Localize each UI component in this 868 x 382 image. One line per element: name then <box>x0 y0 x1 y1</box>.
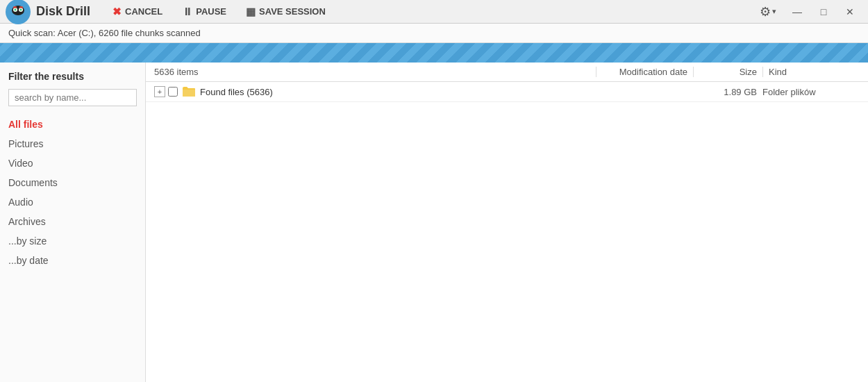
cancel-label: CANCEL <box>125 6 162 17</box>
sidebar-item-pictures[interactable]: Pictures <box>0 134 145 153</box>
items-count: 5636 items <box>154 67 590 77</box>
sidebar-archives-label: Archives <box>8 216 46 227</box>
app-logo <box>6 0 31 24</box>
sidebar-item-documents[interactable]: Documents <box>0 173 145 192</box>
sidebar-item-archives[interactable]: Archives <box>0 212 145 231</box>
progress-bar <box>0 43 868 63</box>
sidebar-by-date-label: ...by date <box>8 255 49 266</box>
gear-icon: ⚙ <box>760 4 771 19</box>
sidebar-item-video[interactable]: Video <box>0 153 145 173</box>
sidebar-by-size-label: ...by size <box>8 235 47 247</box>
folder-icon <box>182 86 196 97</box>
cancel-icon: ✖ <box>112 6 122 18</box>
col-size: Size <box>693 67 762 77</box>
file-kind: Folder plików <box>762 87 860 97</box>
sidebar-audio-label: Audio <box>8 197 33 208</box>
pause-icon: ⏸ <box>182 6 192 17</box>
app-title: Disk Drill <box>36 4 90 19</box>
sidebar-item-all-files[interactable]: All files <box>0 115 145 134</box>
sidebar-item-by-size[interactable]: ...by size <box>0 231 145 251</box>
svg-point-5 <box>20 8 22 10</box>
sidebar-documents-label: Documents <box>8 177 58 188</box>
col-kind: Kind <box>762 67 860 77</box>
cancel-button[interactable]: ✖ CANCEL <box>104 3 171 21</box>
svg-point-4 <box>15 8 17 10</box>
maximize-button[interactable]: □ <box>811 1 836 22</box>
save-icon: ▦ <box>246 6 256 18</box>
main-content: Filter the results All files Pictures Vi… <box>0 63 868 382</box>
sidebar-video-label: Video <box>8 158 33 169</box>
sidebar-item-audio[interactable]: Audio <box>0 192 145 212</box>
save-session-button[interactable]: ▦ SAVE SESSION <box>237 3 334 21</box>
right-panel: 5636 items Modification date Size Kind +… <box>146 63 868 382</box>
status-text: Quick scan: Acer (C:), 6260 file chunks … <box>8 28 201 38</box>
title-bar: Disk Drill ✖ CANCEL ⏸ PAUSE ▦ SAVE SESSI… <box>0 0 868 24</box>
svg-rect-6 <box>13 6 17 8</box>
svg-rect-7 <box>19 6 23 8</box>
pause-label: PAUSE <box>196 6 226 17</box>
table-row[interactable]: + Found files (5636) 1.89 GB Folder plik… <box>146 82 868 102</box>
file-name: Found files (5636) <box>200 87 693 97</box>
file-checkbox[interactable] <box>168 87 178 97</box>
sidebar: Filter the results All files Pictures Vi… <box>0 63 146 382</box>
filter-label: Filter the results <box>0 71 145 89</box>
save-label: SAVE SESSION <box>259 6 326 17</box>
settings-button[interactable]: ⚙ ▾ <box>754 1 782 22</box>
sidebar-item-by-date[interactable]: ...by date <box>0 251 145 270</box>
sidebar-all-files-label: All files <box>8 119 43 130</box>
gear-dropdown-icon: ▾ <box>772 7 776 16</box>
window-controls: — □ ✕ <box>785 1 862 22</box>
search-input[interactable] <box>8 89 137 106</box>
sidebar-pictures-label: Pictures <box>8 138 44 149</box>
minimize-button[interactable]: — <box>785 1 810 22</box>
pause-button[interactable]: ⏸ PAUSE <box>174 3 235 20</box>
col-modification-date: Modification date <box>596 67 693 77</box>
status-bar: Quick scan: Acer (C:), 6260 file chunks … <box>0 24 868 43</box>
close-button[interactable]: ✕ <box>837 1 862 22</box>
expand-button[interactable]: + <box>154 86 165 97</box>
file-size: 1.89 GB <box>693 87 762 97</box>
